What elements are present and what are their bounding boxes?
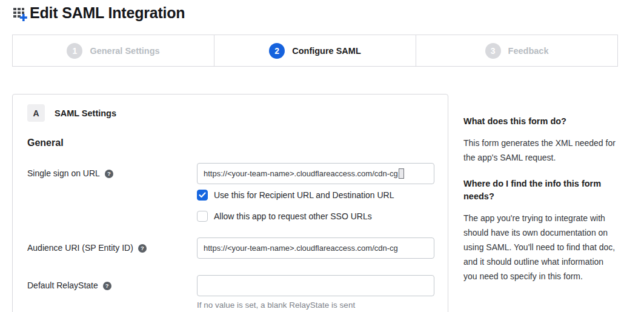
- page-title: Edit SAML Integration: [30, 4, 185, 22]
- other-sso-checkbox-label: Allow this app to request other SSO URLs: [214, 211, 372, 221]
- checkmark-icon: [199, 192, 206, 198]
- help-question-1: What does this form do?: [463, 115, 616, 128]
- panel-title: SAML Settings: [55, 108, 116, 118]
- sso-url-value: https://<your-team-name>.cloudflareacces…: [204, 169, 398, 178]
- audience-uri-label: Audience URI (SP Entity ID): [27, 243, 133, 253]
- step-number-badge: 2: [269, 43, 285, 59]
- step-general-settings[interactable]: 1 General Settings: [13, 35, 214, 66]
- general-heading: General: [27, 138, 433, 148]
- text-cursor-artifact: [399, 168, 404, 179]
- help-answer-1: This form generates the XML needed for t…: [463, 136, 616, 165]
- step-label: Feedback: [508, 46, 549, 56]
- relay-state-row: Default RelayState ? If no value is set,…: [27, 275, 433, 310]
- help-answer-2: The app you're trying to integrate with …: [463, 211, 616, 284]
- help-icon[interactable]: ?: [138, 244, 147, 253]
- sso-url-label-wrap: Single sign on URL ?: [27, 163, 197, 222]
- audience-uri-row: Audience URI (SP Entity ID) ?: [27, 237, 433, 259]
- step-label: Configure SAML: [292, 46, 361, 56]
- panel-header: A SAML Settings: [27, 104, 433, 122]
- step-feedback[interactable]: 3 Feedback: [416, 35, 617, 66]
- audience-uri-input[interactable]: [197, 237, 434, 259]
- step-number-badge: 3: [485, 43, 501, 59]
- saml-settings-panel: A SAML Settings General Single sign on U…: [12, 94, 448, 312]
- recipient-url-checkbox-label: Use this for Recipient URL and Destinati…: [214, 190, 394, 200]
- relay-state-input[interactable]: [197, 275, 434, 296]
- sso-url-label: Single sign on URL: [27, 168, 100, 178]
- checkbox-unchecked-icon[interactable]: [197, 211, 208, 222]
- sso-url-input[interactable]: https://<your-team-name>.cloudflareacces…: [197, 163, 434, 184]
- help-sidebar: What does this form do? This form genera…: [463, 115, 616, 296]
- recipient-url-checkbox-row[interactable]: Use this for Recipient URL and Destinati…: [197, 190, 434, 201]
- relay-state-label: Default RelayState: [27, 280, 98, 290]
- page-header: Edit SAML Integration: [12, 4, 185, 22]
- step-configure-saml[interactable]: 2 Configure SAML: [214, 35, 416, 66]
- sso-url-row: Single sign on URL ? https://<your-team-…: [27, 163, 433, 222]
- help-icon[interactable]: ?: [103, 282, 111, 290]
- step-label: General Settings: [90, 46, 159, 56]
- help-question-2: Where do I find the info this form needs…: [463, 178, 616, 203]
- other-sso-checkbox-row[interactable]: Allow this app to request other SSO URLs: [197, 211, 434, 222]
- help-icon[interactable]: ?: [105, 170, 113, 178]
- app-grid-plus-icon: [12, 6, 28, 22]
- relay-state-label-wrap: Default RelayState ?: [27, 275, 197, 310]
- audience-uri-label-wrap: Audience URI (SP Entity ID) ?: [27, 237, 197, 259]
- relay-state-helper-text: If no value is set, a blank RelayState i…: [197, 300, 434, 310]
- step-number-badge: 1: [67, 43, 82, 59]
- checkbox-checked-icon[interactable]: [197, 190, 208, 201]
- section-a-badge: A: [27, 104, 45, 122]
- wizard-steps: 1 General Settings 2 Configure SAML 3 Fe…: [12, 35, 618, 67]
